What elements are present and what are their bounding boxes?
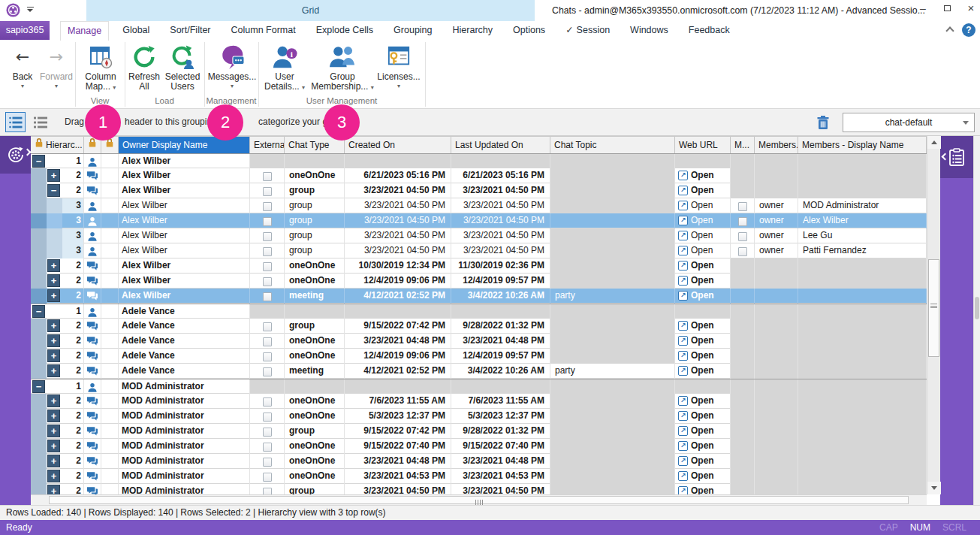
tab-manage[interactable]: Manage xyxy=(60,21,109,41)
tab-grouping[interactable]: Grouping xyxy=(387,21,439,40)
messages-button[interactable]: Messages... ▾ xyxy=(207,42,257,89)
open-link[interactable]: ↗Open xyxy=(675,394,730,408)
external-checkbox[interactable] xyxy=(263,488,272,494)
table-row[interactable]: +2MOD AdministratoroneOnOne5/3/2023 12:3… xyxy=(31,409,927,424)
help-icon[interactable]: ? xyxy=(962,23,975,37)
licenses-button[interactable]: Licenses... ▾ xyxy=(375,42,422,89)
open-link[interactable]: ↗Open xyxy=(675,349,730,363)
tab-options[interactable]: Options xyxy=(506,21,552,40)
table-row[interactable]: 3Alex Wilbergroup3/23/2021 04:50 PM3/23/… xyxy=(31,198,927,213)
expand-toggle-collapsed[interactable]: + xyxy=(47,334,60,347)
expand-toggle-collapsed[interactable]: + xyxy=(47,410,60,422)
external-checkbox[interactable] xyxy=(263,232,272,241)
table-row[interactable]: +2Alex WilberoneOnOne6/21/2023 05:16 PM6… xyxy=(31,168,927,183)
grid-preset-combobox[interactable]: chat-default xyxy=(843,113,975,132)
tab-explode-cells[interactable]: Explode Cells xyxy=(309,21,380,40)
column-header-updated[interactable]: Last Updated On xyxy=(451,137,550,153)
external-checkbox[interactable] xyxy=(263,187,272,196)
column-header-mdn[interactable]: Members - Display Name xyxy=(798,137,927,153)
open-link[interactable]: ↗Open xyxy=(675,334,730,348)
close-button[interactable]: × xyxy=(961,2,980,17)
expand-toggle-collapsed[interactable]: + xyxy=(47,485,60,494)
open-link[interactable]: ↗Open xyxy=(675,319,730,333)
vertical-scrollbar[interactable] xyxy=(927,136,940,494)
external-checkbox[interactable] xyxy=(263,413,272,422)
expand-toggle-collapsed[interactable]: + xyxy=(47,440,60,452)
column-header-weburl[interactable]: Web URL xyxy=(675,137,731,153)
table-row[interactable]: +2Adele Vancemeeting4/12/2021 02:52 PM3/… xyxy=(31,364,927,379)
expand-toggle-expanded[interactable]: − xyxy=(47,184,60,197)
external-checkbox[interactable] xyxy=(263,247,272,256)
external-checkbox[interactable] xyxy=(263,443,272,452)
column-header-created[interactable]: Created On xyxy=(345,137,451,153)
quick-access-dropdown-icon[interactable] xyxy=(26,7,35,14)
expand-toggle-expanded[interactable]: − xyxy=(32,155,45,168)
table-row[interactable]: −1Adele Vance xyxy=(31,304,927,319)
open-link[interactable]: ↗Open xyxy=(675,439,730,453)
external-checkbox[interactable] xyxy=(263,262,272,271)
external-checkbox[interactable] xyxy=(263,322,272,331)
open-link[interactable]: ↗Open xyxy=(675,183,730,198)
open-link[interactable]: ↗Open xyxy=(675,274,730,288)
column-map-button[interactable]: Column Map... ▾ xyxy=(78,42,123,92)
open-link[interactable]: ↗Open xyxy=(675,409,730,423)
delete-preset-icon[interactable] xyxy=(815,114,831,131)
tab-session[interactable]: ✓Session xyxy=(559,21,617,40)
external-checkbox[interactable] xyxy=(263,352,272,361)
expand-toggle-collapsed[interactable]: + xyxy=(47,349,60,362)
table-row[interactable]: 3Alex Wilbergroup3/23/2021 04:50 PM3/23/… xyxy=(31,213,927,228)
external-checkbox[interactable] xyxy=(263,277,272,286)
back-button[interactable]: ← Back ▾ xyxy=(6,42,39,89)
external-checkbox[interactable] xyxy=(263,428,272,437)
open-link[interactable]: ↗Open xyxy=(675,243,730,258)
table-row[interactable]: +2MOD AdministratoroneOnOne3/23/2021 04:… xyxy=(31,469,927,484)
expand-toggle-collapsed[interactable]: + xyxy=(47,364,60,377)
column-header-topic[interactable]: Chat Topic xyxy=(550,137,675,153)
column-header-hier[interactable]: Hierarc... xyxy=(31,137,84,153)
external-checkbox[interactable] xyxy=(263,202,272,211)
scroll-down-button[interactable] xyxy=(927,482,941,494)
table-row[interactable]: +2MOD AdministratoroneOnOne7/6/2023 11:5… xyxy=(31,394,927,409)
tab-feedback[interactable]: Feedback xyxy=(682,21,737,40)
external-checkbox[interactable] xyxy=(263,473,272,482)
open-link[interactable]: ↗Open xyxy=(675,454,730,468)
open-link[interactable]: ↗Open xyxy=(675,484,730,494)
open-link[interactable]: ↗Open xyxy=(675,168,730,183)
open-link[interactable]: ↗Open xyxy=(675,213,730,228)
table-row[interactable]: 3Alex Wilbergroup3/23/2021 04:50 PM3/23/… xyxy=(31,228,927,243)
open-link[interactable]: ↗Open xyxy=(675,424,730,438)
horizontal-scrollbar-thumb[interactable] xyxy=(49,496,909,504)
expand-toggle-collapsed[interactable]: + xyxy=(47,394,60,407)
table-row[interactable]: +2MOD Administratorgroup3/23/2021 04:50 … xyxy=(31,484,927,494)
column-header-m[interactable]: M... xyxy=(731,137,755,153)
hierarchy-view-toggle[interactable] xyxy=(5,112,26,132)
table-row[interactable]: +2Adele Vancegroup9/15/2022 07:42 PM9/28… xyxy=(31,319,927,334)
expand-toggle-collapsed[interactable]: + xyxy=(47,259,60,272)
table-row[interactable]: +2MOD Administratorgroup9/15/2022 07:42 … xyxy=(31,424,927,439)
external-checkbox[interactable] xyxy=(263,397,272,407)
external-checkbox[interactable] xyxy=(263,292,272,301)
user-details-button[interactable]: i User Details... ▾ xyxy=(261,42,308,92)
minimize-button[interactable]: – xyxy=(913,2,933,17)
open-link[interactable]: ↗Open xyxy=(675,364,730,378)
collapse-ribbon-icon[interactable] xyxy=(945,26,955,35)
group-membership-button[interactable]: Group Membership... ▾ xyxy=(309,42,375,92)
expand-toggle-collapsed[interactable]: + xyxy=(47,455,60,467)
horizontal-scrollbar[interactable] xyxy=(31,494,927,505)
tab-sapio365[interactable]: sapio365 xyxy=(0,21,50,40)
expand-toggle-expanded[interactable]: − xyxy=(32,305,45,318)
right-panel-scrollbar[interactable] xyxy=(973,136,980,505)
table-row[interactable]: +2MOD AdministratoroneOnOne9/15/2022 07:… xyxy=(31,439,927,454)
flat-view-toggle[interactable] xyxy=(30,112,50,132)
open-link[interactable]: ↗Open xyxy=(675,258,730,273)
maximize-button[interactable] xyxy=(937,2,957,17)
expand-toggle-collapsed[interactable]: + xyxy=(47,470,60,482)
vertical-scrollbar-thumb[interactable] xyxy=(928,259,939,357)
sapio365-logo-icon[interactable] xyxy=(6,3,20,17)
table-row[interactable]: +2Adele VanceoneOnOne12/4/2019 09:06 PM1… xyxy=(31,349,927,364)
table-row[interactable]: −1MOD Administrator xyxy=(31,379,927,394)
open-link[interactable]: ↗Open xyxy=(675,469,730,483)
expand-toggle-collapsed[interactable]: + xyxy=(47,319,60,332)
table-row[interactable]: +2MOD AdministratoroneOnOne3/23/2021 04:… xyxy=(31,454,927,469)
tab-global[interactable]: Global xyxy=(116,21,156,40)
